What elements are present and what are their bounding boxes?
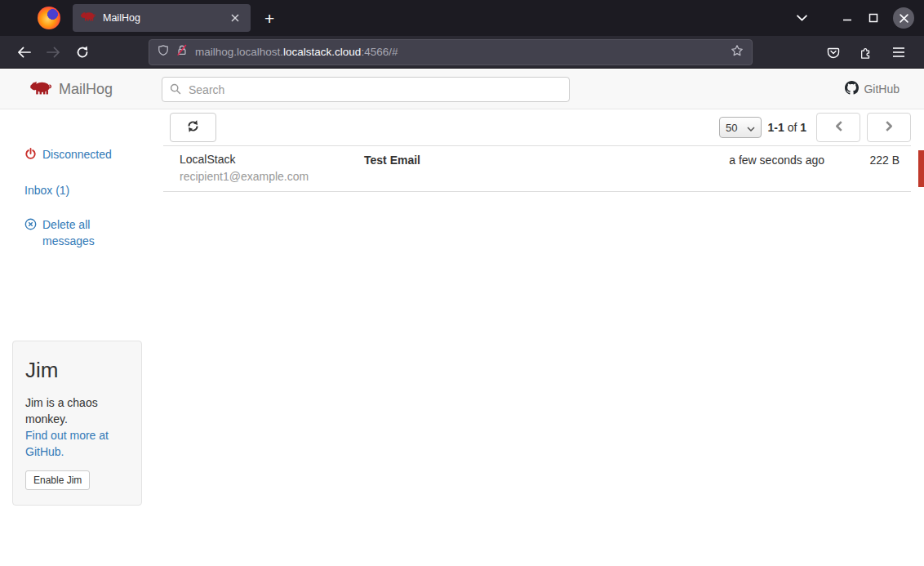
message-subject: Test Email — [364, 151, 677, 168]
message-list: LocalStack recipient1@example.com Test E… — [163, 145, 911, 192]
sidebar-item-inbox[interactable]: Inbox (1) — [24, 182, 152, 198]
message-time: a few seconds ago — [677, 151, 824, 168]
minimize-button[interactable] — [834, 5, 860, 31]
firefox-logo-icon[interactable] — [38, 7, 60, 29]
search-input[interactable] — [162, 77, 570, 102]
next-page-button[interactable] — [867, 113, 911, 142]
refresh-button[interactable] — [170, 113, 216, 142]
shield-icon[interactable] — [158, 44, 169, 60]
brand-title: MailHog — [59, 81, 113, 98]
message-row[interactable]: LocalStack recipient1@example.com Test E… — [163, 146, 911, 192]
browser-tab-mailhog[interactable]: MailHog — [73, 4, 251, 32]
chevron-left-icon — [835, 121, 842, 134]
github-label: GitHub — [864, 82, 900, 96]
github-link[interactable]: GitHub — [845, 69, 900, 109]
pocket-icon[interactable] — [821, 40, 846, 65]
sidebar-item-disconnected[interactable]: Disconnected — [24, 146, 152, 164]
prev-page-button[interactable] — [816, 113, 860, 142]
refresh-icon — [186, 119, 200, 136]
url-bar[interactable]: mailhog.localhost.localstack.cloud:4566/… — [149, 39, 753, 65]
pagination-range: 1-1 of 1 — [768, 121, 807, 134]
jim-description: Jim is a chaos monkey. — [25, 394, 129, 427]
tab-title: MailHog — [103, 12, 228, 24]
pagination: 50 1-1 of 1 — [719, 113, 911, 142]
disconnected-label: Disconnected — [42, 146, 112, 163]
page-size-value: 50 — [726, 122, 737, 134]
mailhog-brand[interactable]: MailHog — [30, 69, 113, 109]
delete-all-label: Delete all messages — [42, 216, 113, 249]
jim-panel: Jim Jim is a chaos monkey. Find out more… — [12, 341, 142, 506]
menu-hamburger-icon[interactable] — [886, 40, 911, 65]
message-list-pane: 50 1-1 of 1 — [163, 109, 911, 192]
red-indicator-bar — [918, 150, 924, 187]
mailhog-header: MailHog GitHub — [0, 69, 924, 109]
message-size: 222 B — [824, 151, 900, 168]
url-text[interactable]: mailhog.localhost.localstack.cloud:4566/… — [195, 46, 723, 58]
power-icon — [24, 148, 37, 164]
browser-navbar: mailhog.localhost.localstack.cloud:4566/… — [0, 36, 924, 69]
reload-icon[interactable] — [70, 40, 95, 65]
forward-icon[interactable] — [41, 40, 65, 65]
chevron-right-icon — [886, 121, 893, 134]
insecure-lock-icon[interactable] — [176, 44, 188, 60]
close-window-button[interactable] — [893, 7, 914, 29]
message-sender: LocalStack — [180, 151, 364, 167]
list-all-tabs-icon[interactable] — [789, 5, 815, 31]
delete-circle-icon — [24, 218, 37, 234]
list-toolbar: 50 1-1 of 1 — [163, 109, 911, 145]
chevron-down-icon — [747, 122, 755, 134]
sidebar-item-delete-all[interactable]: Delete all messages — [24, 216, 122, 249]
page-size-select[interactable]: 50 — [719, 117, 761, 138]
enable-jim-button[interactable]: Enable Jim — [25, 470, 90, 490]
jim-title: Jim — [25, 358, 129, 383]
maximize-button[interactable] — [860, 5, 886, 31]
jim-github-link[interactable]: Find out more at GitHub. — [25, 427, 129, 460]
message-recipient: recipient1@example.com — [180, 168, 364, 185]
extensions-puzzle-icon[interactable] — [854, 40, 878, 65]
mailhog-page: MailHog GitHub Disconnected Inbox (1) — [0, 69, 924, 566]
mailhog-pig-icon — [30, 80, 51, 99]
mailhog-favicon-icon — [81, 11, 96, 25]
inbox-label: Inbox (1) — [24, 182, 69, 198]
search-icon — [170, 83, 181, 98]
tab-close-icon[interactable] — [228, 11, 242, 25]
browser-tab-bar: MailHog + — [0, 0, 924, 36]
github-icon — [845, 81, 859, 97]
bookmark-star-icon[interactable] — [731, 44, 744, 60]
sidebar: Disconnected Inbox (1) Delete all messag… — [0, 109, 152, 249]
back-icon[interactable] — [11, 40, 36, 65]
new-tab-button[interactable]: + — [264, 10, 274, 27]
